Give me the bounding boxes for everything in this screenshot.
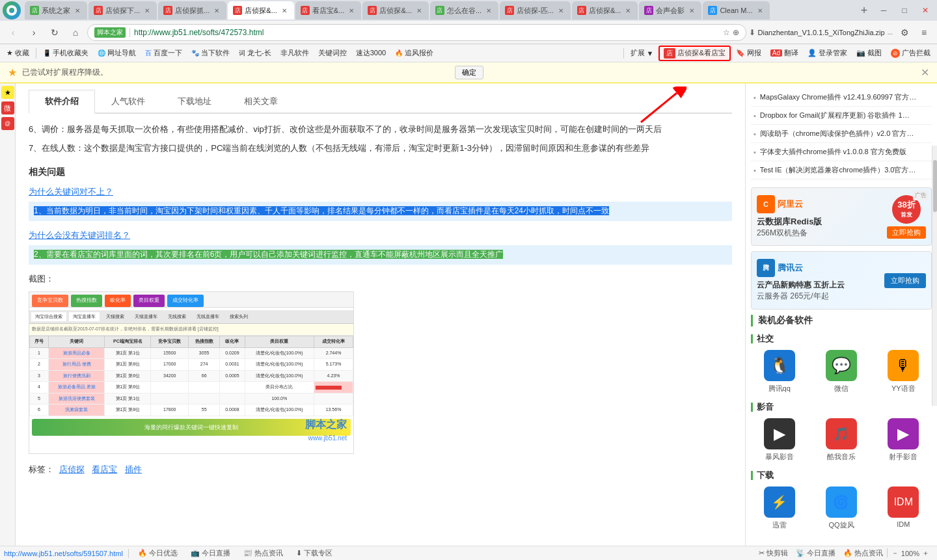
translate-button[interactable]: Ad 翻译	[767, 47, 802, 59]
bookmark-suda[interactable]: 速达3000	[352, 47, 390, 59]
browser-tab-3[interactable]: 店店侦探抓...✕	[158, 1, 226, 20]
sc-cta-button[interactable]: 海量的同行爆款关键词一键快速复制	[32, 419, 351, 436]
bookmark-mobile[interactable]: 📱 手机收藏夹	[39, 47, 92, 59]
notification-confirm-button[interactable]: 确定	[455, 66, 483, 79]
hotspot[interactable]: 🔥 热点资讯	[839, 548, 887, 558]
zoom-control[interactable]: － 100% ＋	[888, 548, 933, 558]
browser-tab-7[interactable]: 店怎么在谷...✕	[430, 1, 498, 20]
sidebar-weibo[interactable]: 微	[1, 101, 14, 114]
restore-button[interactable]: □	[895, 1, 914, 20]
software-kuwo[interactable]: 🎵 酷我音乐	[813, 416, 869, 464]
ad-aliyun[interactable]: C 阿里云 云数据库Redis版 256M双机热备 38折 首发 立即抢购 广告	[751, 187, 932, 246]
status-item-youxuan[interactable]: 🔥 今日优选	[134, 548, 182, 558]
kuaijianji[interactable]: ✂ 快剪辑	[755, 548, 792, 558]
browser-tab-6[interactable]: 店店侦探&...✕	[362, 1, 429, 20]
software-baofeng[interactable]: ▶ 暴风影音	[751, 416, 808, 464]
tab-close-button[interactable]: ✕	[484, 6, 493, 15]
tab-intro[interactable]: 软件介绍	[29, 90, 95, 114]
bookmark-baidu[interactable]: 百 百度一下	[141, 47, 186, 59]
sidebar-mail[interactable]: @	[1, 117, 14, 130]
scrollbar-track[interactable]	[932, 146, 937, 406]
close-button[interactable]: ✕	[916, 1, 934, 20]
tab-close-button[interactable]: ✕	[143, 6, 152, 15]
star-icon[interactable]: ☆	[723, 28, 730, 37]
extensions-button[interactable]: ⚙	[895, 23, 914, 42]
new-tab-button[interactable]: +	[855, 1, 873, 20]
menu-button[interactable]: ≡	[915, 23, 933, 42]
tab-close-button[interactable]: ✕	[347, 6, 356, 15]
ext-item-1[interactable]: • MapsGalaxy Chrome插件 v12.41.9.60997 官方…	[751, 88, 932, 107]
browser-tab-10[interactable]: 店会声会影✕	[639, 1, 701, 20]
screenshot-button[interactable]: 📷 截图	[852, 47, 886, 59]
tab-close-button[interactable]: ✕	[623, 6, 632, 15]
aliyun-cta[interactable]: 立即抢购	[887, 226, 926, 239]
extensions-expand[interactable]: 扩展 ▼	[627, 47, 658, 59]
zoom-in-icon[interactable]: ＋	[922, 548, 929, 558]
dianzhentan-button[interactable]: 店 店侦探&看店宝	[659, 46, 730, 61]
article-body: 6、调价：服务器是每天抓取一次价格，有些使用搭配减价、vip打折、改价这些是外面…	[29, 122, 732, 477]
adblock-button[interactable]: ⊘ 广告拦截	[887, 47, 934, 59]
bookmark-keywords[interactable]: 关键词控	[314, 47, 351, 59]
back-button[interactable]: ‹	[4, 23, 22, 42]
scrollbar-thumb[interactable]	[933, 160, 937, 212]
software-wechat[interactable]: 💬 微信	[813, 347, 869, 396]
software-shooter[interactable]: ▶ 射手影音	[875, 416, 932, 464]
tab-close-button[interactable]: ✕	[73, 6, 82, 15]
share-icon[interactable]: ⊕	[733, 28, 739, 37]
tab-close-button[interactable]: ✕	[556, 6, 565, 15]
software-yy[interactable]: 🎙 YY语音	[875, 347, 932, 396]
forward-button[interactable]: ›	[25, 23, 43, 42]
bookmark-zhuifeng[interactable]: 🔥 追风报价	[391, 47, 437, 59]
software-qqxuanfeng[interactable]: 🌀 QQ旋风	[813, 484, 869, 533]
software-xunlei[interactable]: ⚡ 迅雷	[751, 484, 808, 533]
tab-popular[interactable]: 人气软件	[95, 90, 161, 114]
download-filename[interactable]: Dianzhentan_V1.0.1.5_XiTongZhiJia.zip	[758, 29, 885, 36]
bookmark-favorites[interactable]: ★ 收藏	[3, 47, 33, 59]
ext-item-4[interactable]: • 字体变大插件chrome插件 v1.0.0.8 官方免费版	[751, 143, 932, 161]
browser-tab-5[interactable]: 店看店宝&...✕	[295, 1, 362, 20]
bookmark-feifan[interactable]: 非凡软件	[277, 47, 313, 59]
home-button[interactable]: ⌂	[66, 23, 85, 42]
browser-tab-2[interactable]: 店店侦探下...✕	[88, 1, 157, 20]
zoom-out-icon[interactable]: －	[891, 548, 899, 558]
status-item-live[interactable]: 📺 今日直播	[187, 548, 234, 558]
browser-tab-1[interactable]: 店系统之家✕	[25, 1, 87, 20]
bookmark-nav[interactable]: 🌐 网址导航	[94, 47, 140, 59]
status-item-download[interactable]: ⬇ 下载专区	[292, 548, 336, 558]
tab-close-button[interactable]: ✕	[755, 6, 765, 15]
minimize-button[interactable]: ─	[875, 1, 893, 20]
tab-close-button[interactable]: ✕	[280, 6, 289, 15]
tab-close-button[interactable]: ✕	[687, 6, 696, 15]
software-qq[interactable]: 🐧 腾讯qq	[751, 347, 808, 396]
login-button[interactable]: 👤 登录管家	[804, 47, 851, 59]
ext-item-5[interactable]: • Test IE（解决浏览器兼容chrome插件）3.0官方…	[751, 161, 932, 180]
browser-tab-8[interactable]: 店店侦探-匹...✕	[500, 1, 571, 20]
faq-question-1[interactable]: 为什么关键词对不上？	[29, 184, 732, 199]
tab-download[interactable]: 下载地址	[161, 90, 228, 114]
bookmark-software[interactable]: 🐾 当下软件	[187, 47, 234, 59]
software-idm[interactable]: IDM IDM	[875, 484, 932, 533]
todaylive[interactable]: 📡 今日直播	[792, 548, 839, 558]
ad-tencent[interactable]: 腾 腾讯云 云产品新购特惠 五折上云 云服务器 265元/年起 立即抢购	[751, 251, 932, 310]
browser-tab-9[interactable]: 店店侦探&...✕	[572, 1, 638, 20]
browser-tab-4[interactable]: 店店侦探&...✕	[228, 1, 294, 20]
address-bar[interactable]: 脚本之家 http://www.jb51.net/softs/472573.ht…	[87, 24, 746, 41]
bookmark-longqi[interactable]: 词 龙七-长	[235, 47, 275, 59]
ext-item-3[interactable]: • 阅读助手（chrome阅读保护色插件）v2.0 官方…	[751, 125, 932, 143]
notification-close-button[interactable]: ✕	[921, 66, 929, 79]
sidebar-favorites[interactable]: ★	[1, 86, 14, 99]
ext-item-2[interactable]: • Dropbox for Gmail(扩展程序更新) 谷歌插件 1…	[751, 107, 932, 125]
tag-dianzhentan[interactable]: 店侦探	[59, 464, 85, 474]
wangbao-button[interactable]: 🔖 网报	[732, 47, 765, 59]
tencent-cta[interactable]: 立即抢购	[884, 273, 926, 288]
browser-tab-11[interactable]: 店Clean M...✕	[703, 1, 769, 20]
tab-related[interactable]: 相关文章	[228, 90, 294, 114]
faq-question-2[interactable]: 为什么会没有关键词排名？	[29, 228, 732, 243]
status-item-news[interactable]: 📰 热点资讯	[239, 548, 287, 558]
refresh-button[interactable]: ↻	[46, 23, 64, 42]
tab-label: Clean M...	[720, 7, 752, 14]
tab-close-button[interactable]: ✕	[414, 6, 424, 15]
tab-close-button[interactable]: ✕	[212, 6, 221, 15]
tag-kandianba[interactable]: 看店宝	[92, 464, 117, 474]
tag-plugin[interactable]: 插件	[125, 464, 142, 474]
